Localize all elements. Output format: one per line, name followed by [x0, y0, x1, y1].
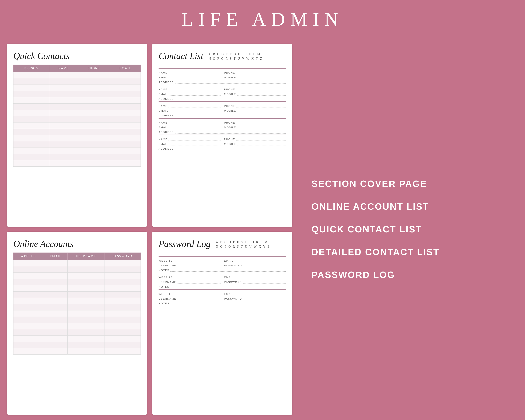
- quick-contacts-title: Quick Contacts: [13, 51, 141, 61]
- password-entries: WEBSITE EMAIL USERNAME PASSWORD NOTES WE…: [159, 256, 286, 305]
- pw-username-field: USERNAME: [159, 280, 221, 283]
- table-row: [13, 85, 141, 91]
- quick-contacts-table: PERSON NAME PHONE EMAIL: [13, 65, 141, 167]
- contact-list-card: Contact List ABCDEFGHIJKLM NOPQRSTUVWXYZ…: [152, 44, 292, 227]
- table-row: [13, 323, 141, 329]
- contact-divider: [159, 135, 286, 135]
- table-row: [13, 72, 141, 78]
- table-row: [13, 122, 141, 129]
- pw-website-field: WEBSITE: [159, 276, 221, 279]
- password-entry: WEBSITE EMAIL USERNAME PASSWORD NOTES: [159, 289, 286, 305]
- contact-phone-field: PHONE: [224, 88, 286, 91]
- contact-phone-field: PHONE: [224, 121, 286, 124]
- table-row: [13, 78, 141, 85]
- pw-email-field: EMAIL: [224, 259, 286, 262]
- password-entry: WEBSITE EMAIL USERNAME PASSWORD NOTES: [159, 256, 286, 272]
- table-row: [13, 154, 141, 160]
- table-row: [13, 304, 141, 310]
- pw-email-field: EMAIL: [224, 292, 286, 295]
- sidebar-item-password-log[interactable]: PASSWORD LOG: [311, 270, 395, 280]
- contact-entries: NAME PHONE EMAIL MOBILE ADDRESS NAME: [159, 68, 286, 150]
- table-row: [13, 97, 141, 104]
- password-divider: [159, 289, 286, 290]
- left-column: Quick Contacts PERSON NAME PHONE EMAIL O…: [7, 44, 147, 415]
- col-email: EMAIL: [110, 65, 141, 72]
- contact-entry: NAME PHONE EMAIL MOBILE ADDRESS: [159, 101, 286, 117]
- sidebar-item-quick-contact[interactable]: QUICK CONTACT LIST: [311, 224, 422, 234]
- table-row: [13, 285, 141, 291]
- table-row: [13, 116, 141, 122]
- sidebar-item-detailed-contact[interactable]: DETAILED CONTACT LIST: [311, 247, 440, 257]
- contact-entry: NAME PHONE EMAIL MOBILE ADDRESS: [159, 68, 286, 84]
- password-alphabet-container: ABCDEFGHIJKLM NOPQRSTUVWXYZ: [216, 239, 270, 249]
- table-row: [13, 279, 141, 285]
- pw-website-field: WEBSITE: [159, 259, 221, 262]
- alphabet-row2: NOPQRSTUVWXYZ: [209, 57, 262, 61]
- pw-password-field: PASSWORD: [224, 280, 286, 283]
- contact-phone-field: PHONE: [224, 138, 286, 141]
- alphabet-container: ABCDEFGHIJKLM NOPQRSTUVWXYZ: [209, 51, 262, 61]
- pw-username-field: USERNAME: [159, 297, 221, 300]
- contact-mobile-field: MOBILE: [224, 93, 286, 95]
- page-title: LIFE ADMIN: [181, 8, 344, 30]
- pw-username-field: USERNAME: [159, 264, 221, 267]
- password-alphabet-row1: ABCDEFGHIJKLM: [216, 241, 270, 244]
- col-name: NAME: [49, 65, 78, 72]
- table-row: [13, 91, 141, 97]
- table-row: [13, 135, 141, 141]
- password-log-card: Password Log ABCDEFGHIJKLM NOPQRSTUVWXYZ…: [152, 232, 292, 415]
- contact-entry: NAME PHONE EMAIL MOBILE ADDRESS: [159, 135, 286, 150]
- contact-name-field: NAME: [159, 88, 221, 91]
- page-header: LIFE ADMIN: [0, 0, 525, 38]
- password-log-header: Password Log ABCDEFGHIJKLM NOPQRSTUVWXYZ: [159, 239, 286, 252]
- contact-mobile-field: MOBILE: [224, 142, 286, 145]
- table-row: [13, 317, 141, 323]
- table-row: [13, 348, 141, 355]
- table-row: [13, 273, 141, 279]
- table-row: [13, 266, 141, 273]
- table-row: [13, 342, 141, 348]
- online-accounts-table: WEBSITE EMAIL USERNAME PASSWORD: [13, 252, 141, 355]
- contact-mobile-field: MOBILE: [224, 76, 286, 79]
- contact-email-field: EMAIL: [159, 109, 221, 112]
- pw-email-field: EMAIL: [224, 276, 286, 279]
- contact-name-field: NAME: [159, 138, 221, 141]
- contact-entry: NAME PHONE EMAIL MOBILE ADDRESS: [159, 118, 286, 133]
- table-header-row: WEBSITE EMAIL USERNAME PASSWORD: [13, 253, 141, 260]
- table-row: [13, 141, 141, 148]
- contact-mobile-field: MOBILE: [224, 109, 286, 112]
- col-email: EMAIL: [44, 253, 67, 260]
- pw-website-field: WEBSITE: [159, 292, 221, 295]
- quick-contacts-card: Quick Contacts PERSON NAME PHONE EMAIL: [7, 44, 147, 227]
- contact-email-field: EMAIL: [159, 142, 221, 145]
- table-row: [13, 160, 141, 167]
- contact-divider: [159, 101, 286, 102]
- password-log-title: Password Log: [159, 239, 211, 249]
- contact-divider: [159, 68, 286, 69]
- table-row: [13, 291, 141, 298]
- online-accounts-title: Online Accounts: [13, 239, 141, 249]
- col-person: PERSON: [13, 65, 49, 72]
- contact-phone-field: PHONE: [224, 104, 286, 107]
- table-row: [13, 298, 141, 304]
- contact-email-field: EMAIL: [159, 76, 221, 79]
- contact-email-field: EMAIL: [159, 93, 221, 95]
- col-phone: PHONE: [78, 65, 110, 72]
- password-divider: [159, 256, 286, 257]
- contact-divider: [159, 118, 286, 119]
- mid-column: Contact List ABCDEFGHIJKLM NOPQRSTUVWXYZ…: [152, 44, 292, 415]
- col-username: USERNAME: [67, 253, 104, 260]
- sidebar-item-online-account[interactable]: ONLINE ACCOUNT LIST: [311, 201, 429, 212]
- sidebar-item-section-cover[interactable]: SECTION COVER PAGE: [311, 178, 427, 189]
- contact-name-field: NAME: [159, 121, 221, 124]
- password-divider: [159, 273, 286, 273]
- right-sidebar: SECTION COVER PAGE ONLINE ACCOUNT LIST Q…: [298, 44, 518, 415]
- pw-password-field: PASSWORD: [224, 297, 286, 300]
- contact-entry: NAME PHONE EMAIL MOBILE ADDRESS: [159, 85, 286, 100]
- table-row: [13, 310, 141, 317]
- contact-list-header: Contact List ABCDEFGHIJKLM NOPQRSTUVWXYZ: [159, 51, 286, 65]
- table-row: [13, 129, 141, 135]
- table-row: [13, 329, 141, 336]
- contact-name-field: NAME: [159, 71, 221, 74]
- password-alphabet-row2: NOPQRSTUVWXYZ: [216, 245, 270, 249]
